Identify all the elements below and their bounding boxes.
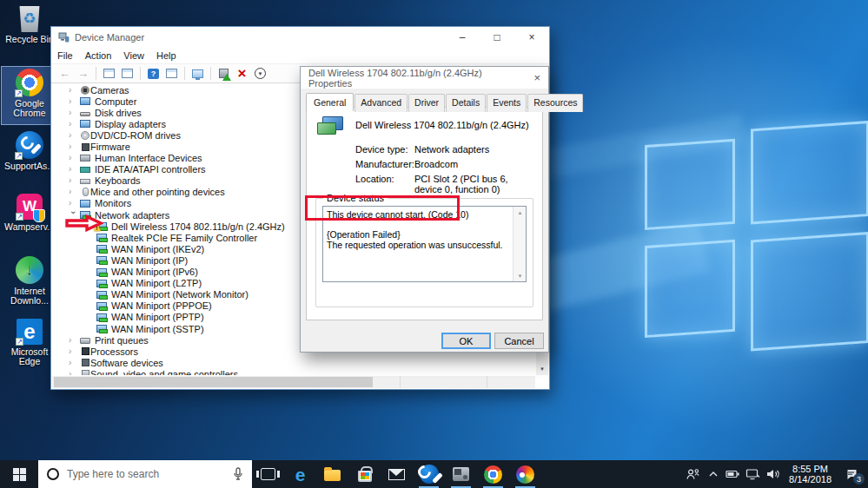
disable-toolbar-icon[interactable] <box>253 66 268 81</box>
tree-item-label: WAN Miniport (PPPOE) <box>111 300 212 311</box>
supportassist-icon <box>420 465 439 484</box>
net-device-icon <box>96 291 107 299</box>
desktop-icon-microsoft-edge[interactable]: ↗Microsoft Edge <box>2 317 57 374</box>
status-line: The requested operation was unsuccessful… <box>327 240 508 250</box>
taskbar-file-explorer-button[interactable] <box>316 460 348 488</box>
chevron-collapsed-icon[interactable]: › <box>69 154 80 162</box>
tree-item-label: WAN Miniport (IP) <box>111 255 188 266</box>
wamp-icon: ↗ <box>17 194 43 220</box>
taskbar: Type here to search e 8: <box>0 460 868 488</box>
volume-icon[interactable] <box>763 460 783 488</box>
menu-item-help[interactable]: Help <box>156 49 183 63</box>
desktop-icon-label: Microsoft Edge <box>3 347 56 366</box>
manufacturer-row: Manufacturer: Broadcom <box>355 159 535 169</box>
tab-events[interactable]: Events <box>487 94 527 112</box>
net-device-icon <box>96 234 107 241</box>
chevron-collapsed-icon[interactable]: › <box>69 188 80 196</box>
action-center-button[interactable]: 3 <box>838 460 865 488</box>
menu-item-file[interactable]: File <box>57 49 80 63</box>
scroll-up-icon[interactable]: ▲ <box>514 207 527 218</box>
tab-resources[interactable]: Resources <box>527 94 583 112</box>
status-line: {Operation Failed} <box>327 229 508 240</box>
chevron-collapsed-icon[interactable]: › <box>69 370 80 375</box>
taskbar-paint-button[interactable] <box>509 460 541 488</box>
dialog-title-bar[interactable]: Dell Wireless 1704 802.11b/g/n (2.4GHz) … <box>301 67 548 89</box>
taskbar-task-view-button[interactable] <box>252 460 284 488</box>
chrome-icon <box>484 465 502 484</box>
microphone-icon[interactable] <box>233 467 243 481</box>
desktop-icon-internet-downlo[interactable]: Internet Downlo... <box>2 254 57 312</box>
dialog-title: Dell Wireless 1704 802.11b/g/n (2.4GHz) … <box>308 68 525 89</box>
horizontal-scrollbar[interactable] <box>52 376 535 388</box>
people-icon[interactable] <box>683 460 703 488</box>
clock[interactable]: 8:55 PM 8/14/2018 <box>783 464 838 485</box>
scroll-down-icon[interactable]: ▼ <box>536 363 548 375</box>
update-toolbar-icon[interactable] <box>216 66 231 81</box>
help-toolbar-icon[interactable] <box>146 66 161 81</box>
red-highlight-rectangle <box>305 195 460 221</box>
uninstall-toolbar-icon[interactable] <box>235 66 249 81</box>
forward-toolbar-icon[interactable] <box>76 66 90 81</box>
desktop-icon-wampserv[interactable]: ↗Wampserv... <box>2 192 57 249</box>
chevron-collapsed-icon[interactable]: › <box>69 165 80 174</box>
network-icon[interactable] <box>743 460 763 488</box>
chevron-collapsed-icon[interactable]: › <box>69 347 80 356</box>
desktop-icon-recycle-bin[interactable]: Recycle Bin <box>2 4 57 62</box>
field-value: PCI Slot 2 (PCI bus 6, device 0, functio… <box>414 174 535 195</box>
mouse-device-icon <box>83 188 89 196</box>
chevron-collapsed-icon[interactable]: › <box>69 109 80 117</box>
maximize-button[interactable]: □ <box>480 27 514 48</box>
chevron-collapsed-icon[interactable]: › <box>69 120 80 129</box>
tray-date: 8/14/2018 <box>789 474 832 485</box>
tree-item-sound-video-and-game-controllers[interactable]: ›Sound, video and game controllers <box>51 368 536 375</box>
tab-driver[interactable]: Driver <box>408 94 445 112</box>
chevron-collapsed-icon[interactable]: › <box>69 131 80 140</box>
start-button[interactable] <box>0 460 38 488</box>
console-toolbar-icon[interactable] <box>102 66 116 81</box>
title-bar[interactable]: Device Manager – □ × <box>51 27 549 48</box>
chevron-collapsed-icon[interactable]: › <box>69 176 80 185</box>
taskbar-edge-button[interactable]: e <box>284 460 316 488</box>
minimize-button[interactable]: – <box>445 27 480 48</box>
tab-details[interactable]: Details <box>446 94 486 112</box>
chevron-collapsed-icon[interactable]: › <box>69 142 80 151</box>
chevron-collapsed-icon[interactable]: › <box>69 199 80 208</box>
chevron-collapsed-icon[interactable]: › <box>69 86 80 95</box>
taskbar-supportassist-button[interactable] <box>413 460 445 488</box>
tab-advanced[interactable]: Advanced <box>354 94 407 112</box>
taskbar-chrome-button[interactable] <box>477 460 509 488</box>
chevron-collapsed-icon[interactable]: › <box>69 97 80 106</box>
store-icon <box>358 471 372 482</box>
chevron-collapsed-icon[interactable]: › <box>69 336 80 345</box>
menu-item-view[interactable]: View <box>123 49 151 63</box>
ide-device-icon <box>80 167 90 173</box>
taskbar-mail-button[interactable] <box>381 460 413 488</box>
desktop-icon-supportas[interactable]: ↗SupportAs... <box>2 129 57 187</box>
cancel-button[interactable]: Cancel <box>494 333 544 349</box>
taskbar-device-manager-button[interactable] <box>445 460 477 488</box>
ok-button[interactable]: OK <box>441 333 491 349</box>
tab-general[interactable]: General <box>306 93 354 111</box>
menu-item-action[interactable]: Action <box>85 49 119 63</box>
tree-item-label: IDE ATA/ATAPI controllers <box>95 164 206 175</box>
status-scrollbar[interactable]: ▲ ▼ <box>513 207 526 281</box>
desktop-icon-label: Google Chrome <box>3 99 56 118</box>
tree-item-label: Monitors <box>95 198 131 208</box>
shortcut-arrow-icon: ↗ <box>15 152 23 160</box>
scroll-down-icon[interactable]: ▼ <box>514 270 527 281</box>
tree-item-software-devices[interactable]: ›Software devices <box>51 357 536 368</box>
tray-expand-chevron-icon[interactable] <box>703 460 723 488</box>
scrollbar-thumb[interactable] <box>54 377 373 387</box>
desktop-icon-google-chrome[interactable]: ↗Google Chrome <box>2 67 57 124</box>
chevron-collapsed-icon[interactable]: › <box>69 359 80 367</box>
taskbar-search[interactable]: Type here to search <box>38 460 252 488</box>
battery-icon[interactable] <box>723 460 743 488</box>
scan-toolbar-icon[interactable] <box>190 66 205 81</box>
window-toolbar-icon[interactable] <box>164 66 179 81</box>
shortcut-arrow-icon: ↗ <box>16 213 23 221</box>
close-button[interactable]: × <box>514 27 549 48</box>
taskbar-store-button[interactable] <box>348 460 381 488</box>
back-toolbar-icon[interactable] <box>57 66 72 81</box>
list-toolbar-icon[interactable] <box>120 66 135 81</box>
dialog-close-icon[interactable]: × <box>525 71 540 84</box>
